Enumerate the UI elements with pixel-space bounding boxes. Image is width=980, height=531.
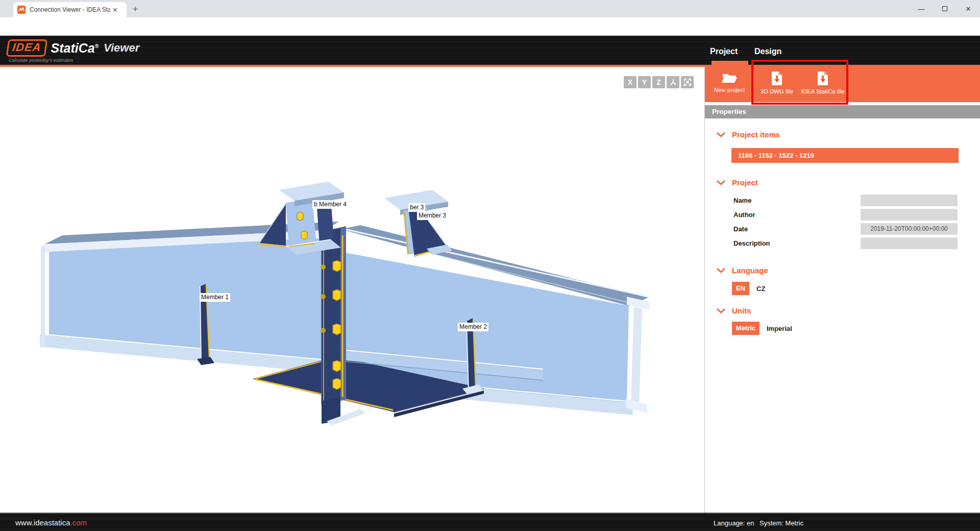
- chevron-down-icon: [717, 132, 725, 137]
- section-project[interactable]: Project: [717, 178, 758, 187]
- section-language[interactable]: Language: [717, 266, 768, 275]
- logo-viewer-text: Viewer: [104, 41, 139, 55]
- site-tld-text: .com: [70, 518, 87, 527]
- axonometric-icon: [669, 78, 677, 86]
- chevron-down-icon: [717, 268, 725, 273]
- folder-open-icon: [721, 71, 738, 84]
- app-window: Connection Viewer - IDEA StatiCa ✕ + — ✕…: [0, 0, 980, 531]
- new-project-label: New project: [714, 87, 745, 93]
- field-label-author: Author: [733, 211, 755, 219]
- units-metric-button[interactable]: Metric: [732, 322, 760, 335]
- name-field[interactable]: [861, 195, 958, 206]
- tab-project[interactable]: Project: [710, 47, 738, 56]
- label-member2: Member 2: [458, 323, 488, 331]
- idea-favicon: [17, 6, 26, 14]
- window-controls: — ✕: [910, 0, 980, 17]
- section-title: Project: [732, 178, 758, 187]
- footer-site-link[interactable]: www.ideastatica.com: [15, 518, 87, 527]
- app-footer: www.ideastatica.com Language: en System:…: [0, 513, 980, 531]
- view-z-button[interactable]: Z: [652, 76, 665, 88]
- 3d-model-svg[interactable]: [0, 67, 705, 513]
- tab-design[interactable]: Design: [754, 47, 781, 56]
- footer-system-status: System: Metric: [760, 519, 803, 527]
- chevron-down-icon: [717, 180, 725, 185]
- browser-tab[interactable]: Connection Viewer - IDEA StatiCa ✕: [13, 2, 127, 17]
- label-member3: Member 3: [417, 211, 448, 220]
- properties-bar: Properties: [705, 105, 980, 118]
- zoom-fit-button[interactable]: [681, 76, 694, 88]
- section-title: Language: [732, 266, 768, 275]
- view-button-group: X Y Z: [624, 76, 694, 88]
- project-item-row[interactable]: 1168 - 1152 - 1522 - 1210: [731, 148, 959, 163]
- view-y-button[interactable]: Y: [638, 76, 651, 88]
- author-field[interactable]: [861, 209, 958, 221]
- new-tab-button[interactable]: +: [133, 4, 138, 14]
- highlight-annotation-box: [751, 60, 848, 105]
- minimize-button[interactable]: —: [910, 5, 933, 13]
- tab-title: Connection Viewer - IDEA StatiCa: [30, 6, 110, 13]
- view-x-button[interactable]: X: [624, 76, 636, 88]
- new-project-button[interactable]: New project: [708, 67, 750, 102]
- section-project-items[interactable]: Project items: [717, 130, 780, 139]
- maximize-button[interactable]: [933, 5, 957, 13]
- footer-language-status: Language: en: [714, 519, 754, 527]
- maximize-icon: [942, 6, 947, 11]
- language-en-button[interactable]: EN: [732, 282, 749, 295]
- section-units[interactable]: Units: [717, 306, 751, 315]
- properties-bar-title: Properties: [712, 105, 746, 118]
- description-field[interactable]: [861, 237, 958, 249]
- language-cz-button[interactable]: CZ: [756, 285, 765, 293]
- label-member1: Member 1: [200, 293, 230, 302]
- browser-navbar: ← → ⟳ ⌂ viewer.ideastatica.com/Connectio…: [0, 17, 980, 36]
- logo-statica-text: StatiCa®: [51, 41, 99, 56]
- section-title: Project items: [732, 130, 780, 139]
- label-member3-partial: ber 3: [408, 203, 425, 212]
- section-title: Units: [732, 306, 751, 315]
- app-logo: IDEA StatiCa® Viewer: [7, 39, 139, 57]
- site-main-text: www.ideastatica: [15, 518, 70, 527]
- field-label-description: Description: [733, 239, 770, 247]
- label-member4: b Member 4: [312, 200, 348, 209]
- tab-close-icon[interactable]: ✕: [112, 6, 118, 14]
- units-imperial-button[interactable]: Imperial: [767, 325, 792, 332]
- browser-titlebar: Connection Viewer - IDEA StatiCa ✕ + — ✕: [0, 0, 980, 17]
- field-label-date: Date: [733, 225, 748, 233]
- idea-logo-box: IDEA: [6, 39, 47, 57]
- fit-view-icon: [683, 78, 692, 86]
- registered-mark: ®: [95, 43, 99, 49]
- logo-tagline: Calculate yesterday's estimates: [9, 58, 73, 63]
- view-axonometric-button[interactable]: [667, 76, 679, 88]
- close-button[interactable]: ✕: [957, 5, 980, 13]
- project-item-label: 1168 - 1152 - 1522 - 1210: [738, 148, 814, 163]
- date-field[interactable]: 2019-11-20T00:00:00+00:00: [861, 223, 958, 235]
- field-label-name: Name: [733, 197, 751, 204]
- chevron-down-icon: [717, 308, 725, 313]
- 3d-viewport[interactable]: [0, 67, 705, 513]
